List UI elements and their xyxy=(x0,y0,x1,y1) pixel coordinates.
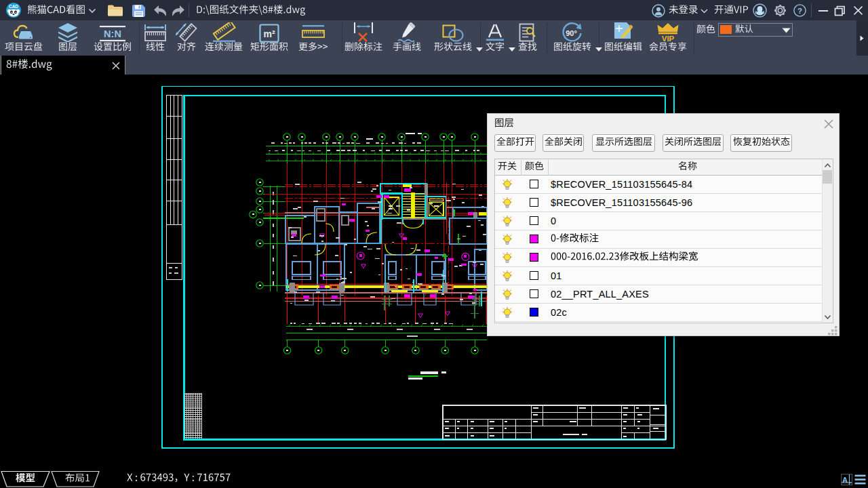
svg-text:90°: 90° xyxy=(566,29,577,37)
svg-text:N:N: N:N xyxy=(104,28,121,39)
svg-text:?: ? xyxy=(797,7,802,15)
svg-text:VIP: VIP xyxy=(662,35,675,41)
svg-text:m²: m² xyxy=(263,28,275,39)
svg-text:CAD: CAD xyxy=(9,4,18,9)
